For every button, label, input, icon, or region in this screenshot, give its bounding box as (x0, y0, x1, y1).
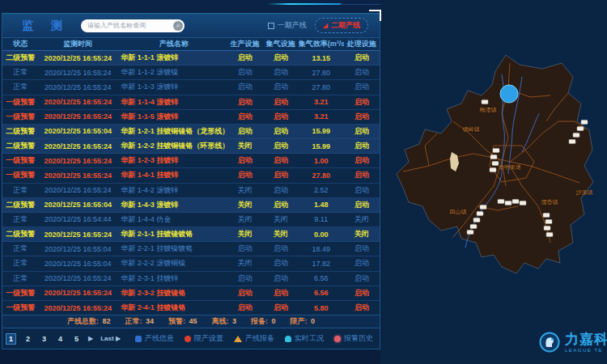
checkbox-icon[interactable] (268, 23, 274, 29)
phase1-checkbox[interactable]: 一期产线 (268, 20, 307, 31)
column-header: 集气效率(m³/s) (299, 39, 344, 49)
status-cell: 正常 (2, 185, 38, 196)
summary-item: 限产: 0 (291, 316, 316, 327)
table-row[interactable]: 一级预警2020/12/25 16:55:24华新 1-2-3 挂镀锌启动启动1… (2, 154, 380, 168)
map-place-label: 回山镇 (450, 208, 467, 216)
phase2-button[interactable]: ◢ 二期产线 (315, 18, 368, 33)
device-marker[interactable] (581, 121, 588, 125)
efficiency-cell: 6.56 (299, 289, 344, 297)
legend-label: 产线信息 (145, 333, 174, 344)
device-marker[interactable] (545, 220, 552, 224)
column-header: 处理设施 (344, 39, 380, 49)
time-cell: 2020/12/25 16:55:24 (38, 171, 117, 180)
table-row[interactable]: 正常2020/12/25 16:55:24华新 1-1-3 滚镀锌启动启动27.… (2, 80, 380, 95)
table-row[interactable]: 一级预警2020/12/25 16:55:24华新 2-4-1 挂镀镍铬启动启动… (2, 301, 380, 315)
region-map (380, 0, 607, 364)
efficiency-cell: 3.21 (299, 112, 344, 121)
page-button[interactable]: 2 (23, 334, 32, 344)
device-marker[interactable] (543, 214, 550, 218)
page-button[interactable]: 3 (40, 334, 49, 344)
table-row[interactable]: 二级预警2020/12/25 16:55:24华新 2-1-1 挂镀镍镀铬关闭关… (2, 227, 380, 242)
legend-item-gauge[interactable]: 实时工况 (285, 333, 324, 344)
production-cell: 启动 (227, 97, 262, 108)
device-marker[interactable] (490, 155, 497, 159)
table-row[interactable]: 一级预警2020/12/25 16:55:24华新 2-3-2 挂镀镍铬启动启动… (2, 286, 380, 301)
time-cell: 2020/12/25 16:55:24 (38, 83, 117, 91)
gauge-icon (285, 336, 291, 342)
table-row[interactable]: 二级预警2020/12/25 16:55:24华新 1-1-1 滚镀锌启动启动1… (2, 51, 380, 66)
legend-item-square[interactable]: 产线信息 (135, 333, 174, 344)
device-marker[interactable] (520, 201, 526, 205)
page-button[interactable]: 5 (72, 334, 81, 344)
device-marker[interactable] (467, 231, 473, 235)
map-place-label: 儒岙镇 (541, 198, 558, 206)
phase1-label: 一期产线 (278, 20, 307, 31)
device-marker[interactable] (498, 200, 504, 204)
device-marker[interactable] (544, 226, 550, 231)
search-input[interactable] (87, 22, 173, 29)
device-marker[interactable] (482, 100, 488, 104)
time-cell: 2020/12/25 16:55:24 (38, 186, 117, 194)
map-panel: 梅渚镇镜岭镇南明街道回山镇儒岙镇沙溪镇 力嘉科技 LEAGUE TE (380, 0, 607, 364)
gas-cell: 启动 (263, 200, 299, 210)
device-marker[interactable] (477, 212, 483, 216)
table-row[interactable]: 正常2020/12/25 16:55:24华新 1-4-2 滚镀锌关闭启动2.5… (2, 184, 380, 198)
status-cell: 一级预警 (2, 170, 38, 180)
device-marker[interactable] (480, 205, 486, 210)
page-button[interactable]: 1 (6, 333, 16, 345)
table-row[interactable]: 正常2020/12/25 16:55:04华新 2-2-1 挂镀镍镀铬启动启动1… (2, 242, 380, 256)
next-page-button[interactable]: ▶ (88, 335, 93, 342)
treatment-cell: 启动 (344, 155, 380, 166)
device-marker[interactable] (569, 140, 575, 144)
table-row[interactable]: 二级预警2020/12/25 16:55:24华新 1-2-2 挂镀铜镍铬（环形… (2, 139, 380, 154)
page-title: 监 测 (22, 19, 70, 33)
device-marker[interactable] (493, 149, 499, 153)
search-icon[interactable]: ⌕ (173, 21, 183, 31)
search-box[interactable]: ⌕ (81, 19, 185, 32)
line-name-cell: 华新 1-4-4 仿金 (117, 214, 227, 225)
device-marker[interactable] (512, 200, 519, 204)
treatment-cell: 关闭 (344, 229, 380, 239)
page-button[interactable]: 4 (56, 334, 65, 344)
gas-cell: 启动 (263, 141, 299, 151)
line-name-cell: 华新 2-4-1 挂镀镍铬 (117, 303, 227, 313)
device-marker[interactable] (573, 133, 579, 138)
device-marker[interactable] (470, 225, 477, 229)
last-page-button[interactable]: Last ▶ (100, 335, 121, 342)
gas-cell: 启动 (263, 112, 299, 122)
table-row[interactable]: 一级预警2020/12/25 16:55:24华新 1-4-1 挂镀锌启动启动2… (2, 168, 380, 183)
gas-cell: 关闭 (263, 214, 299, 225)
table-row[interactable]: 正常2020/12/25 16:55:24华新 1-1-2 滚镀镍启动启动27.… (2, 66, 380, 80)
device-marker[interactable] (505, 201, 511, 205)
table-row[interactable]: 正常2020/12/25 16:55:24华新 2-3-1 挂镀锌启动启动6.5… (2, 272, 380, 286)
legend-item-circle[interactable]: 限产设置 (185, 333, 223, 344)
device-marker[interactable] (473, 218, 480, 222)
table-row[interactable]: 二级预警2020/12/25 16:55:04华新 1-2-1 挂镀铜镍铬（龙形… (2, 125, 380, 139)
production-cell: 关闭 (227, 185, 262, 196)
table-row[interactable]: 正常2020/12/25 16:55:04华新 2-2-2 滚镀铜镍关闭启动17… (2, 256, 380, 271)
line-name-cell: 华新 2-2-1 挂镀镍镀铬 (117, 243, 227, 254)
device-marker[interactable] (546, 233, 553, 237)
production-cell: 启动 (227, 82, 262, 92)
time-cell: 2020/12/25 16:55:04 (38, 260, 117, 268)
device-marker[interactable] (492, 162, 499, 166)
device-marker[interactable] (490, 168, 496, 172)
legend-item-bell[interactable]: 报警历史 (334, 333, 373, 344)
phase2-label: 二期产线 (331, 20, 360, 31)
legend-item-triangle[interactable]: 产线报备 (234, 333, 274, 344)
status-cell: 一级预警 (2, 155, 38, 166)
device-marker[interactable] (577, 127, 584, 131)
gas-cell: 启动 (263, 67, 299, 78)
table-row[interactable]: 一级预警2020/12/25 16:55:24华新 1-1-4 滚镀锌启动启动3… (2, 95, 380, 110)
table-row[interactable]: 正常2020/12/25 16:54:44华新 1-4-4 仿金关闭关闭9.11… (2, 213, 380, 227)
status-cell: 正常 (2, 82, 38, 92)
table-row[interactable]: 二级预警2020/12/25 16:55:04华新 1-4-3 滚镀锌关闭启动1… (2, 198, 380, 213)
alert-bubble-marker[interactable] (500, 85, 518, 103)
summary-item: 预警: 45 (168, 316, 197, 327)
status-cell: 正常 (2, 67, 38, 78)
status-cell: 正常 (2, 258, 38, 269)
line-name-cell: 华新 1-1-4 滚镀锌 (117, 97, 227, 108)
bottom-toolbar: 12345▶Last ▶ 产线信息限产设置产线报备实时工况报警历史 (2, 328, 380, 349)
table-row[interactable]: 一级预警2020/12/25 16:55:24华新 1-1-5 滚镀锌启动启动3… (2, 110, 380, 125)
treatment-cell: 启动 (344, 53, 380, 63)
